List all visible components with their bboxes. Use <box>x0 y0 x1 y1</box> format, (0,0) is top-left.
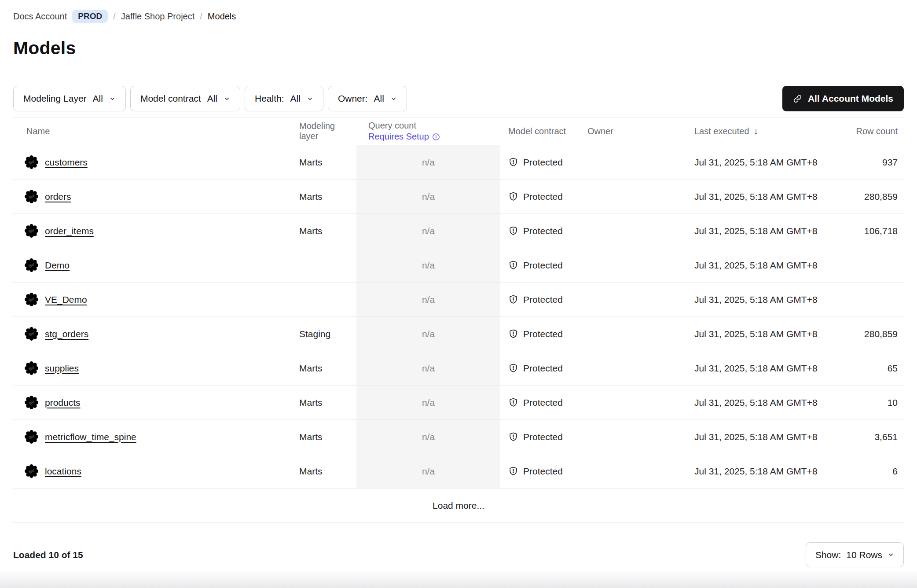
model-contract-cell: Protected <box>500 351 581 385</box>
status-warning-icon <box>25 190 38 203</box>
show-value: 10 Rows <box>846 550 882 560</box>
column-header-query-count: Query count Requires Setup <box>356 121 500 142</box>
status-warning-icon <box>25 361 38 375</box>
model-name-link[interactable]: stg_orders <box>45 329 88 339</box>
row-count-cell: 3,651 <box>836 420 904 454</box>
all-account-models-label: All Account Models <box>808 93 893 104</box>
chevron-down-icon <box>109 96 116 102</box>
model-contract-cell: Protected <box>500 214 581 248</box>
breadcrumb-account[interactable]: Docs Account <box>13 11 67 22</box>
last-executed-cell: Jul 31, 2025, 5:18 AM GMT+8 <box>686 145 836 179</box>
link-icon <box>793 94 802 103</box>
query-count-cell: n/a <box>356 145 500 179</box>
show-rows-dropdown[interactable]: Show: 10 Rows <box>806 542 904 567</box>
model-name-link[interactable]: orders <box>45 191 71 202</box>
filter-value: All <box>374 93 384 104</box>
last-executed-cell: Jul 31, 2025, 5:18 AM GMT+8 <box>686 454 836 488</box>
table-row: products Marts n/a Protected Jul 31, 202… <box>13 386 904 420</box>
model-name-link[interactable]: locations <box>45 466 81 477</box>
model-contract-cell: Protected <box>500 248 581 282</box>
chevron-down-icon <box>224 96 230 102</box>
shield-exclamation-icon <box>508 294 518 305</box>
model-name-link[interactable]: metricflow_time_spine <box>45 432 136 442</box>
model-name-link[interactable]: customers <box>45 157 88 168</box>
model-name-link[interactable]: VE_Demo <box>45 294 87 305</box>
query-count-cell: n/a <box>356 386 500 419</box>
query-count-label: Query count <box>368 121 416 131</box>
table-row: stg_orders Staging n/a Protected Jul 31,… <box>13 317 904 351</box>
breadcrumb-separator: / <box>200 11 202 22</box>
owner-cell <box>581 214 686 248</box>
info-circle-icon[interactable] <box>432 133 440 141</box>
environment-badge: PROD <box>72 10 108 23</box>
status-success-icon <box>25 327 38 341</box>
table-header-row: Name Modeling layer Query count Requires… <box>13 117 904 145</box>
row-count-cell: 937 <box>836 145 904 179</box>
modeling-layer-filter[interactable]: Modeling Layer All <box>13 86 126 111</box>
filter-bar: Modeling Layer All Model contract All He… <box>13 86 904 111</box>
modeling-layer-cell: Marts <box>299 454 356 488</box>
query-count-cell: n/a <box>356 180 500 213</box>
model-name-link[interactable]: order_items <box>45 226 94 236</box>
filter-value: All <box>207 93 217 104</box>
last-executed-cell: Jul 31, 2025, 5:18 AM GMT+8 <box>686 386 836 419</box>
last-executed-cell: Jul 31, 2025, 5:18 AM GMT+8 <box>686 351 836 385</box>
requires-setup-link[interactable]: Requires Setup <box>368 132 440 142</box>
modeling-layer-cell: Marts <box>299 214 356 248</box>
shield-exclamation-icon <box>508 191 518 202</box>
table-row: Demo n/a Protected Jul 31, 2025, 5:18 AM… <box>13 248 904 283</box>
query-count-cell: n/a <box>356 283 500 316</box>
row-count-cell: 280,859 <box>836 317 904 351</box>
model-name-link[interactable]: products <box>45 397 81 408</box>
modeling-layer-cell: Marts <box>299 180 356 213</box>
filter-label: Owner: <box>338 93 368 104</box>
owner-filter[interactable]: Owner: All <box>328 86 407 111</box>
owner-cell <box>581 386 686 419</box>
filter-value: All <box>93 93 103 104</box>
owner-cell <box>581 283 686 316</box>
chevron-down-icon <box>307 96 313 102</box>
row-count-cell: 6 <box>836 454 904 488</box>
status-warning-icon <box>25 396 38 409</box>
modeling-layer-cell: Marts <box>299 145 356 179</box>
breadcrumb-current: Models <box>208 11 236 22</box>
owner-cell <box>581 317 686 351</box>
filter-label: Model contract <box>140 93 201 104</box>
table-row: metricflow_time_spine Marts n/a Protecte… <box>13 420 904 454</box>
query-count-cell: n/a <box>356 317 500 351</box>
modeling-layer-cell: Marts <box>299 386 356 419</box>
row-count-cell: 106,718 <box>836 214 904 248</box>
table-row: customers Marts n/a Protected Jul 31, 20… <box>13 145 904 180</box>
chevron-down-icon <box>390 96 397 102</box>
model-contract-filter[interactable]: Model contract All <box>130 86 240 111</box>
query-count-cell: n/a <box>356 214 500 248</box>
load-more-button[interactable]: Load more... <box>433 500 484 511</box>
owner-cell <box>581 145 686 179</box>
table-row: orders Marts n/a Protected Jul 31, 2025,… <box>13 180 904 214</box>
status-warning-icon <box>25 258 38 272</box>
row-count-cell: 10 <box>836 386 904 419</box>
last-executed-cell: Jul 31, 2025, 5:18 AM GMT+8 <box>686 317 836 351</box>
table-row: supplies Marts n/a Protected Jul 31, 202… <box>13 351 904 386</box>
query-count-cell: n/a <box>356 351 500 385</box>
chevron-down-icon <box>888 551 894 558</box>
owner-cell <box>581 420 686 454</box>
model-name-link[interactable]: supplies <box>45 363 79 374</box>
model-contract-cell: Protected <box>500 386 581 419</box>
filter-label: Modeling Layer <box>23 93 87 104</box>
status-warning-icon <box>25 293 38 306</box>
breadcrumb-project[interactable]: Jaffle Shop Project <box>121 11 195 22</box>
table-footer: Loaded 10 of 15 Show: 10 Rows <box>13 523 904 567</box>
all-account-models-button[interactable]: All Account Models <box>782 86 904 111</box>
column-header-last-executed[interactable]: Last executed ↓ <box>686 126 836 136</box>
table-body: customers Marts n/a Protected Jul 31, 20… <box>13 145 904 489</box>
loaded-count-status: Loaded 10 of 15 <box>13 550 83 560</box>
column-header-owner: Owner <box>581 126 686 136</box>
filter-label: Health: <box>255 93 284 104</box>
row-count-cell <box>836 283 904 316</box>
model-name-link[interactable]: Demo <box>45 260 70 271</box>
model-contract-cell: Protected <box>500 180 581 213</box>
shield-exclamation-icon <box>508 397 518 408</box>
health-filter[interactable]: Health: All <box>245 86 323 111</box>
owner-cell <box>581 351 686 385</box>
